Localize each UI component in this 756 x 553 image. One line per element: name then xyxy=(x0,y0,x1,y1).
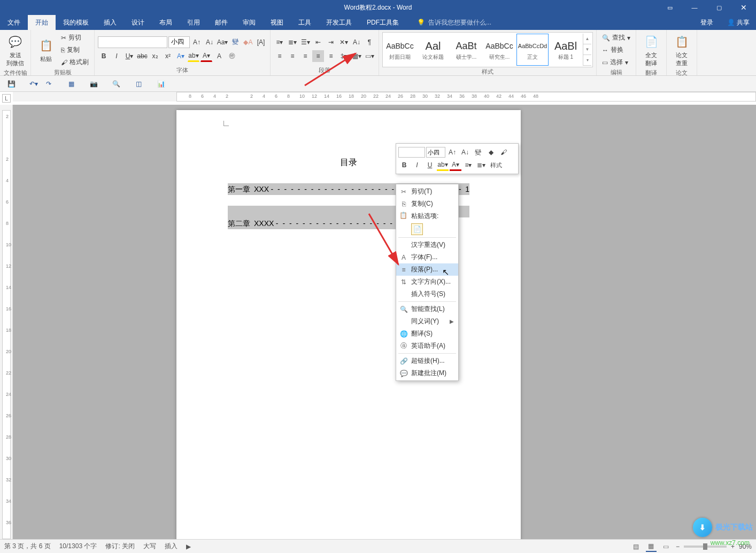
style-scroll[interactable]: ▲▼▾ xyxy=(583,34,591,66)
numbering-icon[interactable]: ≣▾ xyxy=(287,36,298,48)
table-icon[interactable]: ▦ xyxy=(65,78,77,90)
style-gallery[interactable]: AaBbCc封面日期 Aal论文标题 AaBt硕士学... AaBbCc研究生.… xyxy=(382,32,593,67)
mini-highlight-icon[interactable]: ab▾ xyxy=(437,159,449,171)
undo-icon[interactable]: ↶▾ xyxy=(28,78,40,90)
ctx-font[interactable]: A字体(F)... xyxy=(396,251,458,263)
mini-phonetic-icon[interactable]: 變 xyxy=(472,146,484,158)
ctx-hanzi-reselect[interactable]: 汉字重选(V) xyxy=(396,239,458,251)
status-macro-icon[interactable]: ▶ xyxy=(186,543,191,550)
style-item-0[interactable]: AaBbCc封面日期 xyxy=(384,34,416,66)
camera-icon[interactable]: 📷 xyxy=(88,78,99,90)
tab-view[interactable]: 视图 xyxy=(263,15,291,30)
ctx-translate[interactable]: 🌐翻译(S) xyxy=(396,328,458,340)
toc-line-2[interactable]: 第二章 XXXX - - - - - - - - - - - - - - - -… xyxy=(228,217,404,229)
ctx-paste-keep-source[interactable]: 📄 xyxy=(411,223,423,235)
view-print-icon[interactable]: ▦ xyxy=(646,541,657,552)
shading-icon[interactable]: ▦▾ xyxy=(351,50,362,62)
mini-font-color-icon[interactable]: A▾ xyxy=(450,159,461,171)
clear-format-icon[interactable]: ◆A xyxy=(242,36,254,48)
font-color-icon[interactable]: A▾ xyxy=(200,50,212,62)
ctx-copy[interactable]: ⎘复制(C) xyxy=(396,198,458,210)
style-item-5[interactable]: AaBl标题 1 xyxy=(550,34,582,66)
tab-file[interactable]: 文件 xyxy=(0,15,28,30)
mini-bold-icon[interactable]: B xyxy=(398,159,410,171)
style-item-1[interactable]: Aal论文标题 xyxy=(417,34,449,66)
style-item-4[interactable]: AaBbCcDd正文 xyxy=(516,34,549,66)
tab-insert[interactable]: 插入 xyxy=(96,15,124,30)
mini-increase-font-icon[interactable]: A↑ xyxy=(446,146,458,158)
copy-button[interactable]: ⎘复制 xyxy=(59,44,91,56)
view-read-icon[interactable]: ▤ xyxy=(631,541,642,552)
full-translate-button[interactable]: 📄 全文 翻译 xyxy=(639,32,663,68)
style-up-icon[interactable]: ▲ xyxy=(583,34,591,44)
line-spacing-icon[interactable]: ‡▾ xyxy=(338,50,350,62)
tab-layout[interactable]: 布局 xyxy=(152,15,180,30)
char-shading-icon[interactable]: A xyxy=(213,50,225,62)
sort-icon[interactable]: A↓ xyxy=(351,36,362,48)
strikethrough-icon[interactable]: abc xyxy=(136,50,148,62)
tell-me-search[interactable]: 💡 告诉我您想要做什么... xyxy=(417,15,491,30)
align-right-icon[interactable]: ≡ xyxy=(299,50,311,62)
borders-icon[interactable]: ▭▾ xyxy=(364,50,375,62)
tab-pdf[interactable]: PDF工具集 xyxy=(359,15,406,30)
ctx-smart-lookup[interactable]: 🔍智能查找(L) xyxy=(396,303,458,315)
paste-button[interactable]: 📋 粘贴 xyxy=(34,36,58,64)
change-case-icon[interactable]: Aa▾ xyxy=(217,36,228,48)
tab-selector[interactable]: L xyxy=(2,94,11,103)
ctx-english-assistant[interactable]: ⓐ英语助手(A) xyxy=(396,340,458,352)
maximize-icon[interactable]: ▢ xyxy=(707,0,731,15)
minimize-icon[interactable]: — xyxy=(682,0,707,15)
send-to-wechat-button[interactable]: 💬 发送 到微信 xyxy=(3,32,27,68)
mini-italic-icon[interactable]: I xyxy=(411,159,423,171)
align-center-icon[interactable]: ≡ xyxy=(287,50,298,62)
bullets-icon[interactable]: ≡▾ xyxy=(274,36,286,48)
ctx-text-direction[interactable]: ⇅文字方向(X)... xyxy=(396,276,458,288)
status-page[interactable]: 第 3 页，共 6 页 xyxy=(4,542,51,551)
mini-style-label[interactable]: 样式 xyxy=(490,161,502,169)
zoom-thumb[interactable] xyxy=(703,543,707,550)
tab-design[interactable]: 设计 xyxy=(124,15,152,30)
tab-mytemplates[interactable]: 我的模板 xyxy=(56,15,96,30)
bold-icon[interactable]: B xyxy=(98,50,110,62)
ctx-hyperlink[interactable]: 🔗超链接(H)... xyxy=(396,355,458,367)
mini-underline-icon[interactable]: U xyxy=(424,159,436,171)
decrease-indent-icon[interactable]: ⇤ xyxy=(312,36,324,48)
mini-format-painter-icon[interactable]: 🖌 xyxy=(498,146,510,158)
ctx-synonyms[interactable]: 同义词(Y)▶ xyxy=(396,315,458,328)
status-words[interactable]: 10/1303 个字 xyxy=(59,542,97,551)
share-button[interactable]: 👤 共享 xyxy=(723,18,754,27)
status-insert[interactable]: 插入 xyxy=(165,542,178,551)
increase-indent-icon[interactable]: ⇥ xyxy=(325,36,337,48)
mini-bullets-icon[interactable]: ≡▾ xyxy=(462,159,474,171)
font-name-input[interactable] xyxy=(98,36,167,48)
ctx-new-comment[interactable]: 💬新建批注(M) xyxy=(396,367,458,379)
page-scroll[interactable]: 目录 第一章 XXX - - - - - - - - - - - - - - -… xyxy=(13,105,756,539)
decrease-font-icon[interactable]: A↓ xyxy=(204,36,215,48)
ctx-cut[interactable]: ✂剪切(T) xyxy=(396,185,458,198)
superscript-icon[interactable]: x² xyxy=(162,50,174,62)
login-button[interactable]: 登录 xyxy=(696,18,718,27)
mini-font-size[interactable] xyxy=(426,147,445,158)
magnifier-icon[interactable]: 🔍 xyxy=(110,78,122,90)
style-item-2[interactable]: AaBt硕士学... xyxy=(450,34,482,66)
text-effects-icon[interactable]: A▾ xyxy=(175,50,187,62)
tab-home[interactable]: 开始 xyxy=(28,15,56,30)
document-page[interactable]: 目录 第一章 XXX - - - - - - - - - - - - - - -… xyxy=(176,110,521,539)
tab-tools[interactable]: 工具 xyxy=(291,15,319,30)
show-marks-icon[interactable]: ¶ xyxy=(364,36,375,48)
find-button[interactable]: 🔍查找▾ xyxy=(600,32,632,43)
italic-icon[interactable]: I xyxy=(111,50,122,62)
align-left-icon[interactable]: ≡ xyxy=(274,50,286,62)
tab-review[interactable]: 审阅 xyxy=(235,15,263,30)
font-size-input[interactable] xyxy=(168,36,190,48)
zoom-out-icon[interactable]: − xyxy=(676,543,680,550)
select-button[interactable]: ▭选择▾ xyxy=(600,57,632,68)
cut-button[interactable]: ✂剪切 xyxy=(59,32,91,43)
ctx-insert-symbol[interactable]: 插入符号(S) xyxy=(396,288,458,300)
status-revision[interactable]: 修订: 关闭 xyxy=(105,542,135,551)
tab-references[interactable]: 引用 xyxy=(180,15,207,30)
format-painter-button[interactable]: 🖌格式刷 xyxy=(59,57,91,68)
thesis-check-button[interactable]: 📋 论文 查重 xyxy=(670,32,693,68)
mini-numbering-icon[interactable]: ≣▾ xyxy=(475,159,487,171)
style-down-icon[interactable]: ▼ xyxy=(583,44,591,55)
